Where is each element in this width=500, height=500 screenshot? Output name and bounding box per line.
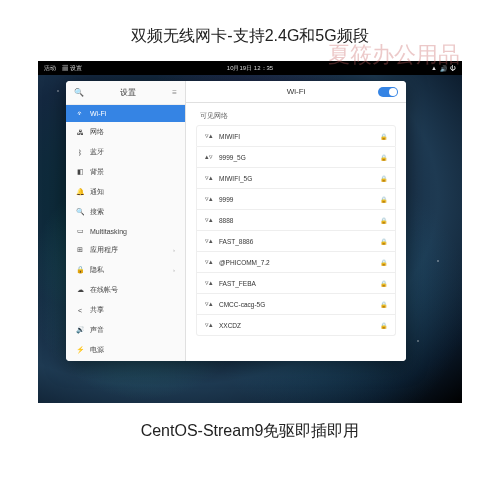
sidebar-item-4[interactable]: 🔔通知	[66, 182, 185, 202]
sidebar-item-label: Multitasking	[90, 228, 127, 235]
activities-button[interactable]: 活动	[44, 64, 56, 73]
sidebar-icon: 🖧	[76, 129, 84, 136]
lock-icon: 🔒	[380, 175, 387, 182]
sidebar-icon: ⊞	[76, 246, 84, 254]
network-item-0[interactable]: ▿▴MIWIFI🔒	[196, 125, 396, 147]
sidebar-icon: ☁	[76, 286, 84, 294]
settings-window: 🔍 设置 ≡ ᯤWi-Fi🖧网络ᛒ蓝牙◧背景🔔通知🔍搜索▭Multitaskin…	[66, 81, 406, 361]
wifi-signal-icon: ▿▴	[205, 216, 213, 224]
wifi-signal-icon: ▿▴	[205, 279, 213, 287]
wifi-signal-icon: ▿▴	[205, 258, 213, 266]
network-name: XXCDZ	[219, 322, 241, 329]
sidebar-item-label: 共享	[90, 305, 104, 315]
sidebar-item-label: 通知	[90, 187, 104, 197]
network-name: FAST_FEBA	[219, 280, 256, 287]
sidebar-item-2[interactable]: ᛒ蓝牙	[66, 142, 185, 162]
watermark-text: 夏筱办公用品	[328, 40, 460, 70]
sidebar-item-label: 隐私	[90, 265, 104, 275]
wifi-toggle[interactable]	[378, 87, 398, 97]
sidebar-icon: ⚡	[76, 346, 84, 354]
network-item-8[interactable]: ▿▴CMCC-cacg-5G🔒	[196, 294, 396, 315]
sidebar-item-5[interactable]: 🔍搜索	[66, 202, 185, 222]
network-item-5[interactable]: ▿▴FAST_8886🔒	[196, 231, 396, 252]
lock-icon: 🔒	[380, 322, 387, 329]
network-item-2[interactable]: ▿▴MIWIFI_5G🔒	[196, 168, 396, 189]
network-list: ▿▴MIWIFI🔒▴▿9999_5G🔒▿▴MIWIFI_5G🔒▿▴9999🔒▿▴…	[186, 125, 406, 336]
sidebar-icon: 🔒	[76, 266, 84, 274]
topbar-datetime[interactable]: 10月19日 12：35	[227, 64, 273, 73]
sidebar-item-label: 应用程序	[90, 245, 118, 255]
sidebar-item-label: 蓝牙	[90, 147, 104, 157]
network-item-3[interactable]: ▿▴9999🔒	[196, 189, 396, 210]
chevron-right-icon: ›	[173, 247, 175, 253]
network-name: @PHICOMM_7.2	[219, 259, 270, 266]
sidebar-item-label: 声音	[90, 325, 104, 335]
desktop-wallpaper: 活动 ▦ 设置 10月19日 12：35 ▲ 🔊 ⏻ 🔍 设置 ≡ ᯤWi-Fi…	[38, 61, 462, 403]
sidebar-item-label: 在线帐号	[90, 285, 118, 295]
lock-icon: 🔒	[380, 217, 387, 224]
sidebar-item-11[interactable]: 🔊声音	[66, 320, 185, 340]
sidebar-header: 🔍 设置 ≡	[66, 81, 185, 105]
wifi-signal-icon: ▿▴	[205, 174, 213, 182]
topbar-app-label[interactable]: ▦ 设置	[62, 64, 82, 73]
sidebar-icon: ᯤ	[76, 110, 84, 117]
wifi-signal-icon: ▿▴	[205, 321, 213, 329]
network-name: 9999_5G	[219, 154, 246, 161]
network-name: MIWIFI_5G	[219, 175, 252, 182]
lock-icon: 🔒	[380, 259, 387, 266]
network-name: FAST_8886	[219, 238, 253, 245]
network-name: 9999	[219, 196, 233, 203]
lock-icon: 🔒	[380, 196, 387, 203]
network-name: CMCC-cacg-5G	[219, 301, 265, 308]
network-name: MIWIFI	[219, 133, 240, 140]
wifi-signal-icon: ▿▴	[205, 195, 213, 203]
sidebar-icon: 🔍	[76, 208, 84, 216]
main-header: Wi-Fi	[186, 81, 406, 103]
sidebar-icon: ▭	[76, 227, 84, 235]
sidebar-item-label: 背景	[90, 167, 104, 177]
sidebar-icon: ◧	[76, 168, 84, 176]
wifi-signal-icon: ▿▴	[205, 132, 213, 140]
lock-icon: 🔒	[380, 238, 387, 245]
menu-icon[interactable]: ≡	[172, 88, 177, 97]
sidebar-item-label: 网络	[90, 127, 104, 137]
settings-main-panel: Wi-Fi 可见网络 ▿▴MIWIFI🔒▴▿9999_5G🔒▿▴MIWIFI_5…	[186, 81, 406, 361]
network-item-9[interactable]: ▿▴XXCDZ🔒	[196, 315, 396, 336]
sidebar-item-3[interactable]: ◧背景	[66, 162, 185, 182]
wifi-signal-icon: ▿▴	[205, 300, 213, 308]
section-label: 可见网络	[186, 103, 406, 125]
bottom-heading: CentOS-Stream9免驱即插即用	[0, 403, 500, 460]
sidebar-item-label: 搜索	[90, 207, 104, 217]
sidebar-item-6[interactable]: ▭Multitasking	[66, 222, 185, 240]
network-item-6[interactable]: ▿▴@PHICOMM_7.2🔒	[196, 252, 396, 273]
lock-icon: 🔒	[380, 301, 387, 308]
sidebar-item-9[interactable]: ☁在线帐号	[66, 280, 185, 300]
sidebar-item-13[interactable]: 🖥显示器	[66, 360, 185, 361]
sidebar-title: 设置	[88, 87, 168, 98]
sidebar-icon: ᛒ	[76, 149, 84, 156]
lock-icon: 🔒	[380, 154, 387, 161]
sidebar-item-10[interactable]: <共享	[66, 300, 185, 320]
sidebar-icon: 🔊	[76, 326, 84, 334]
network-item-4[interactable]: ▿▴8888🔒	[196, 210, 396, 231]
lock-icon: 🔒	[380, 280, 387, 287]
sidebar-icon: <	[76, 307, 84, 314]
wifi-signal-icon: ▴▿	[205, 153, 213, 161]
sidebar-item-label: Wi-Fi	[90, 110, 106, 117]
network-item-1[interactable]: ▴▿9999_5G🔒	[196, 147, 396, 168]
wifi-signal-icon: ▿▴	[205, 237, 213, 245]
sidebar-item-8[interactable]: 🔒隐私›	[66, 260, 185, 280]
lock-icon: 🔒	[380, 133, 387, 140]
sidebar-icon: 🔔	[76, 188, 84, 196]
network-name: 8888	[219, 217, 233, 224]
network-item-7[interactable]: ▿▴FAST_FEBA🔒	[196, 273, 396, 294]
sidebar-item-1[interactable]: 🖧网络	[66, 122, 185, 142]
settings-sidebar: 🔍 设置 ≡ ᯤWi-Fi🖧网络ᛒ蓝牙◧背景🔔通知🔍搜索▭Multitaskin…	[66, 81, 186, 361]
sidebar-item-7[interactable]: ⊞应用程序›	[66, 240, 185, 260]
main-header-title: Wi-Fi	[287, 87, 306, 96]
sidebar-item-label: 电源	[90, 345, 104, 355]
sidebar-item-0[interactable]: ᯤWi-Fi	[66, 105, 185, 122]
chevron-right-icon: ›	[173, 267, 175, 273]
sidebar-item-12[interactable]: ⚡电源	[66, 340, 185, 360]
search-icon[interactable]: 🔍	[74, 88, 84, 97]
